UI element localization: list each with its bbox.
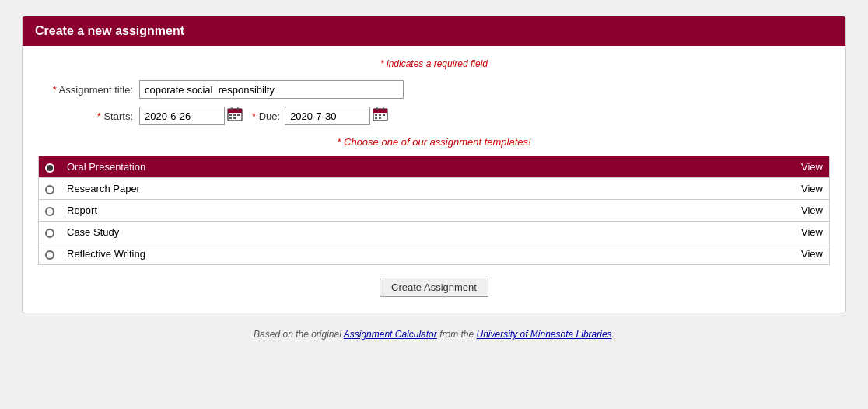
template-label: Research Paper <box>61 178 783 200</box>
dates-field-row: * Starts: * Due: <box>38 107 830 125</box>
template-label: Case Study <box>61 222 783 243</box>
required-note: * indicates a required field <box>38 58 830 69</box>
umn-libraries-link[interactable]: University of Minnesota Libraries <box>476 329 611 340</box>
template-row[interactable]: Research PaperView <box>39 178 830 200</box>
template-row[interactable]: ReportView <box>39 200 830 222</box>
radio-button[interactable] <box>45 163 54 173</box>
template-row[interactable]: Case StudyView <box>39 222 830 243</box>
template-note: * Choose one of our assignment templates… <box>38 136 830 148</box>
template-label: Report <box>61 200 783 222</box>
template-view-cell: View <box>783 222 830 243</box>
due-input[interactable] <box>285 107 370 125</box>
template-table: Oral PresentationViewResearch PaperViewR… <box>38 156 830 265</box>
create-assignment-button[interactable]: Create Assignment <box>380 278 488 297</box>
template-view-link[interactable]: View <box>801 248 823 260</box>
template-radio-cell <box>39 200 61 222</box>
template-radio-cell <box>39 243 61 265</box>
assignment-calculator-link[interactable]: Assignment Calculator <box>344 329 437 340</box>
svg-rect-17 <box>379 117 381 119</box>
starts-calendar-icon[interactable] <box>227 107 244 124</box>
template-view-cell: View <box>783 200 830 222</box>
starts-label: * Starts: <box>38 110 139 122</box>
template-label: Reflective Writing <box>61 243 783 265</box>
title-field-row: * Assignment title: <box>38 80 830 99</box>
template-view-link[interactable]: View <box>801 161 823 173</box>
template-row[interactable]: Reflective WritingView <box>39 243 830 265</box>
template-view-link[interactable]: View <box>801 183 823 194</box>
radio-button[interactable] <box>45 207 54 216</box>
template-label: Oral Presentation <box>61 156 783 178</box>
template-view-cell: View <box>783 178 830 200</box>
svg-rect-10 <box>373 109 387 113</box>
svg-rect-14 <box>379 114 381 116</box>
template-section: * Choose one of our assignment templates… <box>38 136 830 265</box>
starts-input[interactable] <box>139 107 225 125</box>
button-row: Create Assignment <box>38 278 830 297</box>
template-view-link[interactable]: View <box>801 204 823 216</box>
template-radio-cell <box>39 156 61 178</box>
form-header: Create a new assignment <box>23 16 845 46</box>
main-container: Create a new assignment * indicates a re… <box>22 16 846 313</box>
template-radio-cell <box>39 222 61 243</box>
template-view-cell: View <box>783 156 830 178</box>
due-calendar-icon[interactable] <box>373 107 390 124</box>
template-view-cell: View <box>783 243 830 265</box>
svg-rect-8 <box>233 117 236 119</box>
due-label: * Due: <box>252 110 280 122</box>
svg-rect-13 <box>375 114 377 116</box>
assignment-title-input[interactable] <box>139 80 404 99</box>
title-label: * Assignment title: <box>38 84 139 96</box>
svg-rect-5 <box>233 114 236 116</box>
radio-button[interactable] <box>45 185 54 194</box>
svg-rect-7 <box>229 117 232 119</box>
template-row[interactable]: Oral PresentationView <box>39 156 830 178</box>
template-view-link[interactable]: View <box>801 226 823 238</box>
radio-button[interactable] <box>45 250 54 260</box>
svg-rect-16 <box>375 117 377 119</box>
template-radio-cell <box>39 178 61 200</box>
svg-rect-1 <box>228 109 242 113</box>
header-title: Create a new assignment <box>35 24 184 37</box>
svg-rect-4 <box>229 114 232 116</box>
svg-rect-15 <box>383 114 385 116</box>
footer: Based on the original Assignment Calcula… <box>254 329 614 340</box>
form-area: * indicates a required field * Assignmen… <box>23 46 845 313</box>
svg-rect-6 <box>237 114 240 116</box>
radio-button[interactable] <box>45 229 54 238</box>
